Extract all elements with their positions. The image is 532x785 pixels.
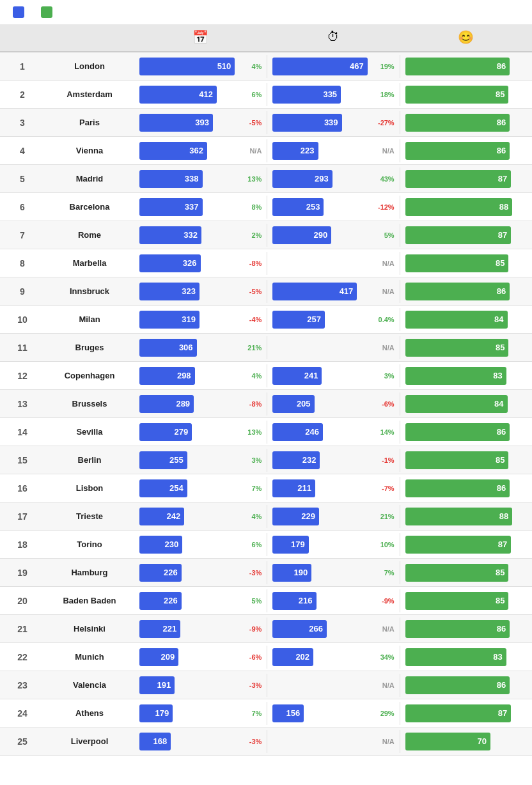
rental-bar-container: [272, 676, 367, 694]
hotel-pct: -9%: [239, 625, 262, 633]
rental-pct: N/A: [372, 625, 395, 633]
rank-cell: 9: [0, 284, 45, 299]
rental-bar-container: 246: [272, 423, 367, 441]
rental-bar-container: 266: [272, 620, 367, 638]
city-cell: Torino: [45, 537, 134, 552]
hotel-pct: -3%: [239, 738, 262, 745]
hotel-bar-container: 332: [139, 226, 235, 244]
rental-cell: 205 -6%: [267, 392, 399, 416]
hotel-bar-container: 254: [139, 479, 235, 497]
hotel-bar: 226: [139, 564, 182, 582]
hotel-bar: 510: [139, 58, 235, 75]
sentiment-cell: 86: [400, 421, 532, 444]
rental-bar: 290: [272, 226, 331, 244]
hotel-cell: 279 13%: [134, 421, 267, 444]
rental-bar-container: 179: [272, 536, 367, 554]
hotel-bar: 326: [139, 254, 201, 272]
sentiment-bar: 70: [405, 733, 490, 750]
rental-bar-container: 229: [272, 508, 367, 525]
hotel-bar-container: 242: [139, 508, 235, 525]
rental-pct: 7%: [372, 569, 395, 577]
hotel-cell: 230 6%: [134, 533, 267, 556]
sentiment-bar: 87: [405, 170, 512, 188]
hotel-cell: 289 -8%: [134, 392, 267, 416]
rental-bar-container: 223: [272, 142, 367, 160]
sentiment-bar: 85: [405, 592, 509, 610]
smiley-icon: 😊: [403, 29, 528, 45]
hotel-pct: -4%: [239, 316, 262, 323]
rental-pct: -7%: [372, 485, 395, 492]
rental-cell: 211 -7%: [267, 477, 399, 500]
calendar-icon: 📅: [138, 29, 263, 45]
city-cell: Bruges: [45, 340, 134, 355]
hotel-bar: 221: [139, 620, 180, 638]
city-cell: Helsinki: [45, 621, 134, 636]
hotel-cell: 242 4%: [134, 505, 267, 528]
city-cell: Trieste: [45, 509, 134, 524]
city-cell: Athens: [45, 706, 134, 720]
table-row: 7 Rome 332 2% 290 5% 87: [0, 221, 532, 249]
rental-pct: 34%: [372, 653, 395, 661]
legend: [0, 0, 532, 24]
hotel-bar-container: 412: [139, 86, 235, 104]
sentiment-bar: 84: [405, 395, 508, 413]
rank-cell: 8: [0, 256, 45, 271]
sentiment-bar: 86: [405, 620, 510, 638]
hotel-pct: 2%: [239, 231, 262, 239]
hotel-bar-container: 226: [139, 592, 235, 610]
hotel-cell: 412 6%: [134, 83, 267, 106]
hotel-pct: 13%: [239, 428, 262, 436]
hotel-pct: -3%: [239, 569, 262, 577]
rental-cell: 156 29%: [267, 702, 399, 725]
hotel-pct: -8%: [239, 400, 262, 408]
table-row: 10 Milan 319 -4% 257 0.4% 84: [0, 306, 532, 334]
rental-bar: 211: [272, 479, 315, 497]
rental-bar-container: 216: [272, 592, 367, 610]
city-cell: Hamburg: [45, 565, 134, 580]
hotel-bar-container: 393: [139, 114, 235, 132]
table-row: 3 Paris 393 -5% 339 -27% 86: [0, 109, 532, 137]
hotel-bar-container: 338: [139, 170, 235, 188]
table-row: 22 Munich 209 -6% 202 34% 83: [0, 643, 532, 671]
rental-pct: -9%: [372, 597, 395, 605]
city-cell: Brussels: [45, 396, 134, 411]
hotel-pct: 6%: [239, 541, 262, 548]
rental-bar: 339: [272, 114, 341, 132]
hotel-cell: 255 3%: [134, 449, 267, 472]
rental-pct: 10%: [372, 541, 395, 548]
sentiment-cell: 83: [400, 364, 532, 387]
sentiment-bar: 86: [405, 114, 510, 132]
hotel-cell: 326 -8%: [134, 252, 267, 275]
rental-bar: 232: [272, 451, 320, 469]
rental-bar-container: 156: [272, 704, 367, 722]
sentiment-cell: 84: [400, 308, 532, 331]
rental-cell: 467 19%: [267, 55, 399, 78]
rank-cell: 1: [0, 59, 45, 74]
city-cell: Baden Baden: [45, 593, 134, 608]
sentiment-bar: 86: [405, 283, 510, 300]
rank-cell: 22: [0, 649, 45, 665]
table-row: 11 Bruges 306 21% N/A 85: [0, 334, 532, 362]
legend-compared: [41, 6, 56, 18]
hotel-bar-container: 226: [139, 564, 235, 582]
city-cell: Lisbon: [45, 481, 134, 495]
hotel-pct: 8%: [239, 203, 262, 211]
rental-cell: 223 N/A: [267, 139, 399, 162]
hotel-cell: 319 -4%: [134, 308, 267, 331]
city-cell: Liverpool: [45, 734, 134, 749]
sentiment-bar: 85: [405, 86, 509, 104]
rank-cell: 14: [0, 424, 45, 440]
hotel-cell: 337 8%: [134, 196, 267, 219]
sentiment-cell: 85: [400, 252, 532, 275]
sentiment-bar: 85: [405, 339, 509, 357]
hotel-pct: -5%: [239, 119, 262, 127]
stopwatch-icon: ⏱: [270, 29, 395, 44]
sentiment-bar: 85: [405, 254, 509, 272]
header-city: [45, 24, 134, 51]
table-row: 20 Baden Baden 226 5% 216 -9% 85: [0, 587, 532, 615]
hotel-cell: 221 -9%: [134, 618, 267, 641]
hotel-bar: 362: [139, 142, 207, 160]
sentiment-cell: 87: [400, 533, 532, 556]
rental-bar: 241: [272, 367, 322, 385]
rental-pct: 43%: [372, 175, 395, 183]
